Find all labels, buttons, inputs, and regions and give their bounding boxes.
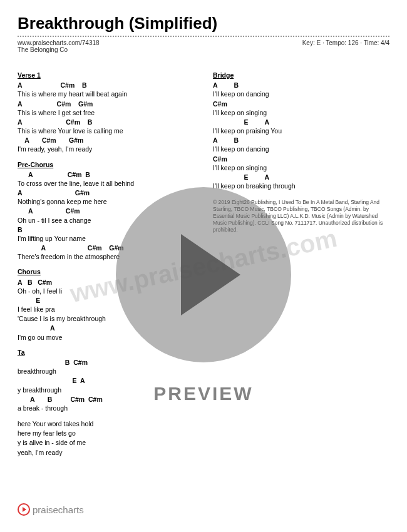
chord-line: C#m xyxy=(213,100,389,108)
chord-line: A B xyxy=(213,81,389,90)
lyric-line: I'm ready, yeah, I'm ready xyxy=(18,145,194,153)
lyric-line: Oh un - til I see a change xyxy=(18,216,194,225)
chord-line: A C#m B xyxy=(18,81,194,90)
page-title: Breakthrough (Simplified) xyxy=(18,14,389,33)
chord-line: C#m xyxy=(213,155,389,163)
section-tag: Ta xyxy=(18,348,194,357)
lyric-line: 'Cause I is is my breakthrough xyxy=(18,314,194,323)
lyric-line: I'll keep on singing xyxy=(213,108,389,117)
chord-line: B xyxy=(18,225,194,234)
chord-line: A C#m G#m xyxy=(18,100,194,108)
lyric-line: Nothing's gonna keep me here xyxy=(18,197,194,206)
chord-line: E A xyxy=(213,173,389,182)
chord-line: A C#m B xyxy=(18,118,194,126)
footer-brand: praisecharts xyxy=(33,504,84,515)
lyric-line: This is where Your love is calling me xyxy=(18,126,194,135)
preview-label: PREVIEW xyxy=(153,383,253,404)
chord-line: E xyxy=(18,296,194,305)
copyright: © 2019 Eight26 Publishing, I Used To Be … xyxy=(213,199,389,233)
lyric-line: y is alive in - side of me xyxy=(18,438,194,447)
footer-logo: praisecharts xyxy=(18,503,84,516)
lyric-line: I'm go ou move xyxy=(18,333,194,342)
divider xyxy=(18,36,389,37)
lyric-line: Oh - oh, I feel li xyxy=(18,287,194,295)
lyric-line: I feel like pra xyxy=(18,305,194,314)
lyric-line: To cross over the line, leave it all beh… xyxy=(18,179,194,188)
artist: The Belonging Co xyxy=(18,46,100,53)
lyric-line: I'll keep on dancing xyxy=(213,90,389,98)
song-meta: Key: E · Tempo: 126 · Time: 4/4 xyxy=(302,39,389,53)
chord-line: A G#m xyxy=(18,188,194,197)
chord-line: A C#m G#m xyxy=(18,136,194,145)
logo-icon xyxy=(18,503,30,516)
lyric-line: I'll keep on praising You xyxy=(213,126,389,135)
chord-line: A C#m G#m xyxy=(18,243,194,252)
chord-line: B C#m xyxy=(18,358,194,367)
lyric-line: There's freedom in the atmosphere xyxy=(18,252,194,261)
lyric-line: yeah, I'm ready xyxy=(18,448,194,457)
section-bridge: Bridge xyxy=(213,71,389,79)
chord-line: A B xyxy=(213,136,389,145)
lyric-line: here Your word takes hold xyxy=(18,419,194,428)
chord-line: E A xyxy=(213,118,389,126)
chord-line: A xyxy=(18,324,194,332)
lyric-line: This is where my heart will beat again xyxy=(18,90,194,98)
lyric-line: I'm lifting up Your name xyxy=(18,234,194,243)
chord-line: A C#m xyxy=(18,207,194,215)
chord-line: A B C#m xyxy=(18,278,194,287)
lyric-line: I'll keep on singing xyxy=(213,163,389,172)
section-verse1: Verse 1 xyxy=(18,71,194,79)
lyric-line: breakthrough xyxy=(18,367,194,376)
chord-line: A C#m B xyxy=(18,170,194,179)
lyric-line: a break - through xyxy=(18,404,194,412)
meta-row: www.praisecharts.com/74318 The Belonging… xyxy=(18,39,389,53)
lyric-line: I'll keep on breaking through xyxy=(213,182,389,190)
lyric-line: I'll keep on dancing xyxy=(213,145,389,153)
lyric-line: This is where I get set free xyxy=(18,108,194,117)
section-prechorus: Pre-Chorus xyxy=(18,160,194,169)
section-chorus: Chorus xyxy=(18,267,194,276)
lyric-line: here my fear lets go xyxy=(18,429,194,437)
source-url: www.praisecharts.com/74318 xyxy=(18,39,100,46)
